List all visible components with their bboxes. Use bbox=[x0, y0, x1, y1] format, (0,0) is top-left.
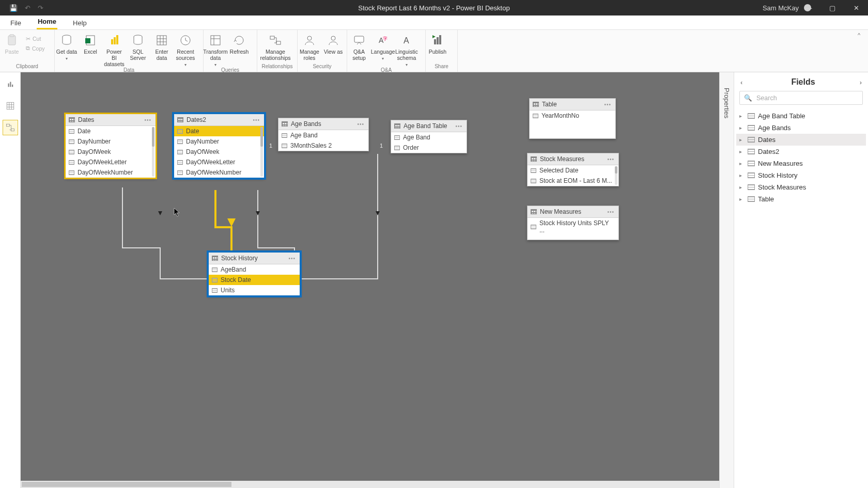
manage-relationships-button[interactable]: Manage relationships bbox=[257, 33, 293, 61]
more-icon[interactable]: ••• bbox=[455, 123, 463, 129]
more-icon[interactable]: ••• bbox=[288, 256, 297, 261]
paste-button[interactable]: Paste bbox=[0, 33, 24, 55]
caret-icon: ▸ bbox=[739, 196, 745, 202]
field-row[interactable]: Units bbox=[209, 285, 300, 295]
more-icon[interactable]: ••• bbox=[607, 209, 615, 215]
refresh-button[interactable]: Refresh bbox=[227, 33, 251, 55]
minimize-button[interactable]: — bbox=[797, 0, 820, 15]
field-row[interactable]: DayNumber bbox=[174, 136, 264, 147]
field-row[interactable]: YearMonthNo bbox=[530, 111, 615, 121]
svg-rect-27 bbox=[6, 124, 9, 127]
copy-button[interactable]: ⧉Copy bbox=[24, 45, 47, 52]
scrollbar[interactable] bbox=[152, 127, 154, 177]
data-view-button[interactable] bbox=[3, 98, 18, 114]
recent-icon bbox=[179, 34, 192, 47]
tab-file[interactable]: File bbox=[9, 16, 22, 29]
table-dates[interactable]: Dates••• Date DayNumber DayOfWeek DayOfW… bbox=[65, 114, 156, 178]
more-icon[interactable]: ••• bbox=[253, 117, 261, 123]
manage-roles-button[interactable]: Manage roles bbox=[298, 33, 321, 61]
table-table[interactable]: Table••• YearMonthNo bbox=[529, 98, 616, 139]
field-row[interactable]: Stock History Units SPLY ... bbox=[528, 218, 618, 235]
svg-rect-16 bbox=[354, 36, 364, 42]
pbi-datasets-button[interactable]: Power BI datasets bbox=[102, 33, 126, 67]
chevron-right-icon[interactable]: › bbox=[860, 78, 862, 86]
tree-node[interactable]: ▸Stock History bbox=[736, 169, 866, 181]
field-icon bbox=[531, 168, 536, 173]
report-view-button[interactable] bbox=[3, 76, 18, 92]
tree-node[interactable]: ▸New Measures bbox=[736, 158, 866, 169]
field-row[interactable]: Order bbox=[391, 143, 467, 153]
transform-data-button[interactable]: Transform data▾ bbox=[204, 33, 227, 67]
model-view-button[interactable] bbox=[3, 120, 18, 135]
get-data-button[interactable]: Get data▾ bbox=[55, 33, 79, 61]
svg-text:字: 字 bbox=[383, 36, 388, 41]
field-row[interactable]: Selected Date bbox=[528, 165, 618, 176]
field-row[interactable]: Date bbox=[174, 126, 264, 136]
field-row[interactable]: DayOfWeek bbox=[66, 147, 156, 157]
fields-tree: ▸Age Band Table ▸Age Bands ▸Dates ▸Dates… bbox=[734, 109, 868, 206]
field-row[interactable]: AgeBand bbox=[209, 264, 300, 275]
tree-node[interactable]: ▸Age Bands bbox=[736, 122, 866, 134]
table-newmeasures[interactable]: New Measures••• Stock History Units SPLY… bbox=[527, 206, 619, 240]
svg-rect-9 bbox=[157, 36, 166, 45]
tree-node[interactable]: ▸Stock Measures bbox=[736, 181, 866, 193]
more-icon[interactable]: ••• bbox=[144, 117, 152, 123]
fields-pane: ‹ Fields › 🔍 Search ▸Age Band Table ▸Age… bbox=[734, 72, 868, 488]
field-row[interactable]: Age Band bbox=[278, 130, 368, 140]
field-icon bbox=[394, 135, 400, 140]
table-title: Table bbox=[542, 101, 557, 108]
field-row[interactable]: DayNumber bbox=[66, 136, 156, 147]
field-row[interactable]: 3MonthSales 2 bbox=[278, 140, 368, 151]
field-row[interactable]: Stock at EOM - Last 6 M... bbox=[528, 176, 618, 186]
linguistic-schema-button[interactable]: ALinguistic schema▾ bbox=[395, 33, 419, 67]
table-stockhistory[interactable]: Stock History••• AgeBand Stock Date Unit… bbox=[208, 252, 300, 296]
recent-sources-button[interactable]: Recent sources▾ bbox=[174, 33, 197, 67]
properties-pane-collapsed[interactable]: Properties bbox=[719, 72, 734, 488]
tab-help[interactable]: Help bbox=[72, 16, 88, 29]
scrollbar[interactable] bbox=[615, 166, 617, 185]
tree-node[interactable]: ▸Table bbox=[736, 193, 866, 205]
sql-server-button[interactable]: SQL Server bbox=[126, 33, 150, 61]
excel-button[interactable]: Excel bbox=[79, 33, 102, 55]
publish-icon bbox=[431, 34, 444, 47]
fields-search[interactable]: 🔍 Search bbox=[739, 91, 863, 105]
field-row[interactable]: Date bbox=[66, 126, 156, 136]
model-canvas[interactable]: 1 1 1 Dates••• Date DayNumber DayOfWeek … bbox=[21, 72, 719, 488]
field-row[interactable]: Stock Date bbox=[209, 275, 300, 285]
view-as-button[interactable]: View as bbox=[321, 33, 345, 55]
save-icon[interactable]: 💾 bbox=[9, 4, 18, 12]
tree-node[interactable]: ▸Dates bbox=[736, 134, 866, 146]
field-row[interactable]: DayOfWeekNumber bbox=[66, 167, 156, 178]
chevron-left-icon[interactable]: ‹ bbox=[740, 78, 742, 86]
undo-icon[interactable]: ↶ bbox=[25, 4, 30, 12]
table-icon bbox=[177, 117, 183, 122]
tree-node[interactable]: ▸Dates2 bbox=[736, 146, 866, 158]
more-icon[interactable]: ••• bbox=[604, 102, 612, 107]
maximize-button[interactable]: ▢ bbox=[820, 0, 844, 15]
more-icon[interactable]: ••• bbox=[357, 121, 365, 127]
publish-button[interactable]: Publish bbox=[426, 33, 450, 55]
field-row[interactable]: DayOfWeekLetter bbox=[174, 157, 264, 167]
tab-home[interactable]: Home bbox=[37, 14, 57, 29]
enter-data-button[interactable]: Enter data bbox=[150, 33, 174, 61]
table-agebandtable[interactable]: Age Band Table••• Age Band Order bbox=[391, 120, 467, 153]
view-rail bbox=[0, 72, 21, 488]
redo-icon[interactable]: ↷ bbox=[38, 4, 43, 12]
language-button[interactable]: A字Language▾ bbox=[371, 33, 395, 61]
scrollbar[interactable] bbox=[260, 127, 263, 177]
horizontal-scrollbar[interactable] bbox=[21, 481, 719, 488]
field-row[interactable]: DayOfWeekNumber bbox=[174, 167, 264, 178]
close-button[interactable]: ✕ bbox=[844, 0, 868, 15]
ribbon-collapse-icon[interactable]: ^ bbox=[858, 32, 866, 39]
table-dates2[interactable]: Dates2••• Date DayNumber DayOfWeek DayOf… bbox=[174, 114, 265, 178]
qa-setup-button[interactable]: Q&A setup bbox=[347, 33, 371, 61]
field-row[interactable]: DayOfWeek bbox=[174, 147, 264, 157]
table-agebands[interactable]: Age Bands••• Age Band 3MonthSales 2 bbox=[278, 118, 369, 151]
table-stockmeasures[interactable]: Stock Measures••• Selected Date Stock at… bbox=[527, 153, 619, 186]
field-row[interactable]: Age Band bbox=[391, 132, 467, 143]
cut-button[interactable]: ✂Cut bbox=[24, 36, 47, 42]
tree-node[interactable]: ▸Age Band Table bbox=[736, 110, 866, 122]
field-row[interactable]: DayOfWeekLetter bbox=[66, 157, 156, 167]
more-icon[interactable]: ••• bbox=[607, 156, 615, 162]
table-icon bbox=[282, 121, 288, 127]
